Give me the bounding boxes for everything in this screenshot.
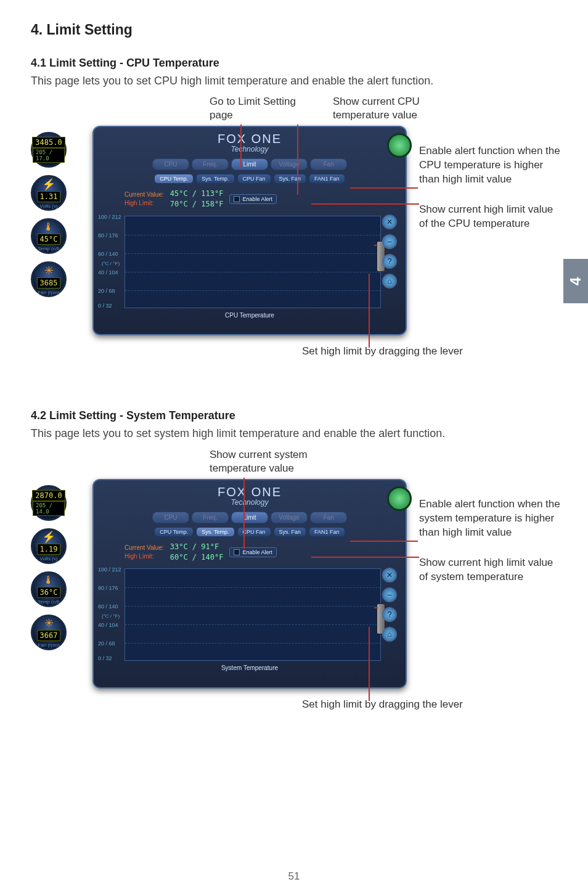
ytick: 60 / 140 [98, 251, 118, 257]
gauge-temp-label: Temp (c/f) [38, 246, 60, 251]
main-tabs: CPU Freq. Limit Voltage Fan [94, 158, 406, 170]
desc-41: This page lets you to set CPU high limit… [31, 73, 557, 89]
callout-line [350, 541, 418, 542]
subtab-sys-temp[interactable]: Sys. Temp. [196, 174, 234, 184]
subtab-sys-temp[interactable]: Sys. Temp. [196, 527, 234, 537]
gridline [125, 643, 380, 644]
brand-subtitle: Technology [94, 145, 406, 153]
gauge-freq-value: 3485.0 [32, 137, 65, 148]
chart-caption: CPU Temperature [94, 312, 406, 319]
bolt-icon: ⚡ [42, 178, 55, 191]
power-button[interactable] [387, 486, 412, 511]
main-tabs: CPU Freq. Limit Voltage Fan [94, 512, 406, 523]
gauge-fan-label: Fan (rpm) [38, 290, 59, 295]
tab-cpu[interactable]: CPU [152, 158, 189, 170]
current-value-label: Current Value: [125, 190, 164, 199]
gauge-fan: ✳ 3667 Fan (rpm) [31, 615, 67, 650]
enable-alert-checkbox[interactable]: Enable Alert [229, 547, 277, 557]
minimize-icon[interactable]: – [382, 587, 397, 602]
minimize-icon[interactable]: – [382, 234, 397, 249]
close-icon[interactable]: ✕ [382, 568, 397, 582]
desc-42: This page lets you to set system high li… [31, 426, 557, 441]
help-icon[interactable]: ? [382, 254, 397, 269]
fan-icon: ✳ [44, 264, 54, 277]
ytick: 0 / 32 [98, 303, 112, 309]
gridline [125, 606, 380, 607]
enable-alert-checkbox[interactable]: Enable Alert [229, 194, 277, 204]
gauge-strip: 3485.0 205 / 17.0 ⚡ 1.31 Volts (v) 🌡 45°… [31, 132, 86, 297]
axis-unit: (°C / °F) [102, 261, 120, 266]
tab-cpu[interactable]: CPU [152, 512, 189, 523]
callout-line [350, 187, 418, 189]
callout-line [297, 125, 298, 195]
gauge-fan-value: 3685 [37, 277, 61, 288]
gauge-fan: ✳ 3685 Fan (rpm) [31, 261, 67, 297]
tab-fan[interactable]: Fan [310, 158, 347, 170]
ytick: 100 / 212 [98, 214, 121, 220]
foxone-panel: FOX ONE Technology CPU Freq. Limit Volta… [92, 479, 407, 689]
subtab-cpu-fan[interactable]: CPU Fan [237, 527, 271, 537]
gauge-volts-value: 1.19 [37, 544, 61, 555]
tab-voltage[interactable]: Voltage [271, 512, 308, 523]
callout-enable-alert-note: Enable alert function when the system te… [419, 497, 561, 540]
sub-tabs: CPU Temp. Sys. Temp. CPU Fan Sys. Fan FA… [94, 174, 406, 184]
subtab-fan1-fan[interactable]: FAN1 Fan [309, 174, 345, 184]
ytick: 0 / 32 [98, 655, 112, 661]
tab-limit[interactable]: Limit [231, 512, 268, 523]
high-limit-value: 70°C / 158°F [170, 199, 224, 210]
gauge-freq-sub: 205 / 17.0 [33, 148, 65, 163]
gauge-temp-label: Temp (c/f) [38, 599, 60, 605]
ytick: 40 / 104 [98, 269, 118, 276]
tab-freq[interactable]: Freq. [192, 512, 229, 523]
callout-drag-lever: Set high limit by dragging the lever [302, 698, 463, 712]
home-icon[interactable]: ⌂ [382, 274, 397, 288]
gauge-temp: 🌡 36°C Temp (c/f) [31, 571, 67, 607]
ytick: 100 / 212 [98, 566, 121, 573]
callout-drag-lever: Set high limit by dragging the lever [302, 345, 463, 359]
subtab-cpu-temp[interactable]: CPU Temp. [154, 527, 194, 537]
gauge-freq: 2870.0 205 / 14.0 [31, 485, 67, 521]
thermometer-icon: 🌡 [43, 574, 54, 587]
high-limit-label: High Limit: [125, 552, 164, 561]
tab-limit[interactable]: Limit [231, 158, 268, 170]
page-number: 51 [0, 870, 588, 883]
callout-current-sys-temp: Show current system temperature value [210, 448, 345, 475]
subtab-cpu-temp[interactable]: CPU Temp. [154, 174, 194, 184]
close-icon[interactable]: ✕ [382, 215, 397, 229]
ytick: 80 / 176 [98, 585, 118, 591]
callout-enable-alert-note: Enable alert function when the CPU tempe… [419, 144, 561, 187]
current-value-label: Current Value: [125, 544, 164, 552]
subtab-cpu-fan[interactable]: CPU Fan [237, 174, 271, 184]
gauge-freq-value: 2870.0 [32, 490, 65, 501]
high-limit-label: High Limit: [125, 199, 164, 208]
callout-line [311, 203, 419, 205]
callout-line [311, 557, 419, 558]
foxone-panel: FOX ONE Technology CPU Freq. Limit Volta… [92, 126, 407, 335]
brand-subtitle: Technology [94, 498, 406, 507]
subtab-sys-fan[interactable]: Sys. Fan [274, 174, 307, 184]
ytick: 20 / 68 [98, 288, 115, 294]
home-icon[interactable]: ⌂ [382, 627, 397, 642]
high-limit-value: 60°C / 140°F [170, 552, 224, 563]
section-41: 4.1 Limit Setting - CPU Temperature This… [31, 57, 557, 385]
callout-high-limit-note: Show current high limit value of the CPU… [419, 203, 561, 231]
gauge-temp-value: 45°C [37, 234, 61, 245]
gridline [125, 290, 380, 291]
current-value: 45°C / 113°F [170, 189, 224, 199]
subtab-sys-fan[interactable]: Sys. Fan [274, 527, 307, 537]
ytick: 40 / 104 [98, 622, 118, 628]
tab-voltage[interactable]: Voltage [271, 158, 308, 170]
gauge-volts-value: 1.31 [37, 191, 61, 202]
gauge-freq-sub: 205 / 14.0 [33, 501, 65, 516]
power-button[interactable] [387, 133, 412, 158]
gauge-freq: 3485.0 205 / 17.0 [31, 132, 67, 168]
subtab-fan1-fan[interactable]: FAN1 Fan [309, 527, 345, 537]
gauge-volts: ⚡ 1.19 Volts (v) [31, 528, 67, 564]
heading-41: 4.1 Limit Setting - CPU Temperature [31, 57, 557, 70]
help-icon[interactable]: ? [382, 607, 397, 622]
callout-line [240, 125, 242, 168]
axis-unit: (°C / °F) [102, 613, 120, 619]
tab-fan[interactable]: Fan [310, 512, 347, 523]
gauge-volts-label: Volts (v) [40, 203, 58, 209]
tab-freq[interactable]: Freq. [192, 158, 229, 170]
